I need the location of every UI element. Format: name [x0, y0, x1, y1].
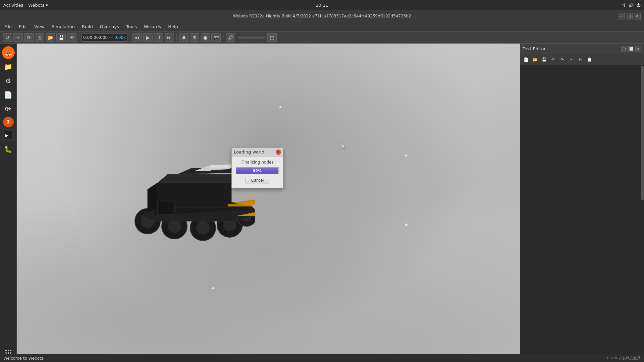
progress-bar-container: 99%: [236, 167, 279, 174]
toolbar-separator-3: [176, 34, 177, 41]
record2-button[interactable]: ●: [201, 33, 210, 42]
text-icon[interactable]: 📄: [2, 88, 15, 101]
svg-point-2: [5, 350, 7, 351]
settings-icon[interactable]: ⚙: [2, 74, 15, 87]
activities-label[interactable]: Activities: [3, 3, 23, 8]
loading-dialog: Loading world × Finalizing nodes 99% Can…: [231, 147, 283, 188]
volume-button[interactable]: 🔊: [226, 33, 235, 42]
panel-close-button[interactable]: ✕: [635, 46, 641, 52]
sparkle-3: [405, 224, 408, 226]
debug-icon[interactable]: 🐛: [2, 143, 15, 156]
power-icon[interactable]: ⏻: [636, 3, 641, 8]
menu-edit[interactable]: Edit: [16, 23, 30, 30]
menu-overlays[interactable]: Overlays: [97, 23, 122, 30]
svg-point-3: [8, 350, 9, 351]
time-display: 0:00:00:000 — 0.00x: [82, 34, 127, 42]
volume-sys-icon[interactable]: 🔊: [628, 3, 634, 8]
te-new-button[interactable]: 📄: [522, 56, 530, 64]
dialog-status-text: Finalizing nodes: [241, 160, 274, 165]
toolbar-separator-1: [79, 34, 79, 41]
camera-button[interactable]: 📷: [211, 33, 221, 42]
reload-button[interactable]: ⟲: [67, 33, 76, 42]
app-name-label[interactable]: Webots ▾: [28, 3, 48, 8]
te-paste-button[interactable]: 📋: [585, 56, 593, 64]
main-area: 🦊 📁 ⚙ 📄 🛍 ? ▶ 🐛: [0, 44, 644, 362]
panel-minimize-button[interactable]: □: [621, 46, 627, 52]
help-icon[interactable]: ?: [3, 117, 14, 127]
panel-controls: □ ⬜ ✕: [621, 46, 641, 52]
record-button[interactable]: ⏺: [179, 33, 189, 42]
menu-wizards[interactable]: Wizards: [141, 23, 164, 30]
store-icon[interactable]: 🛍: [2, 103, 15, 115]
files-icon[interactable]: 📁: [2, 60, 15, 73]
save-button[interactable]: 💾: [56, 33, 66, 42]
maximize-button[interactable]: □: [626, 13, 633, 19]
menu-help[interactable]: Help: [165, 23, 181, 30]
grid-button[interactable]: ⊞: [190, 33, 199, 42]
te-undo-button[interactable]: ↶: [549, 56, 557, 64]
dialog-titlebar: Loading world ×: [232, 148, 283, 157]
play-button[interactable]: ▶: [143, 33, 153, 42]
svg-point-14: [168, 220, 181, 233]
text-editor-header: Text Editor □ ⬜ ✕: [520, 44, 644, 54]
right-panel: Text Editor □ ⬜ ✕ 📄 📂 💾 ↶ ↷ ✂ ⎘ 📋: [520, 44, 644, 362]
sparkle-1: [279, 106, 281, 108]
skip-start-button[interactable]: ⏮: [132, 33, 142, 42]
progress-label: 99%: [253, 169, 262, 173]
firefox-icon[interactable]: 🦊: [2, 46, 15, 59]
svg-point-4: [10, 350, 11, 351]
svg-point-7: [10, 352, 11, 354]
svg-point-5: [5, 352, 7, 354]
toolbar-separator-4: [223, 34, 223, 41]
te-cut-button[interactable]: ✂: [567, 56, 575, 64]
window-controls: — □ ✕: [618, 13, 641, 19]
te-open-button[interactable]: 📂: [531, 56, 539, 64]
svg-marker-24: [158, 174, 241, 183]
system-clock: 20:11: [316, 3, 328, 8]
svg-point-16: [196, 221, 210, 235]
volume-slider[interactable]: [238, 37, 265, 39]
extra-button[interactable]: □: [267, 33, 277, 42]
dialog-close-button[interactable]: ×: [276, 149, 281, 155]
panel-float-button[interactable]: ⬜: [628, 46, 634, 52]
dialog-body: Finalizing nodes 99% Cancel: [232, 157, 283, 188]
te-redo-button[interactable]: ↷: [558, 56, 566, 64]
watermark-text: CSDN @安城安教具: [607, 356, 641, 361]
view-button[interactable]: ◎: [35, 33, 44, 42]
viewport[interactable]: Loading world × Finalizing nodes 99% Can…: [17, 44, 520, 362]
left-sidebar: 🦊 📁 ⚙ 📄 🛍 ? ▶ 🐛: [0, 44, 17, 362]
status-bar: Welcome to Webots! CSDN @安城安教具: [0, 354, 644, 362]
text-editor-content[interactable]: [520, 65, 644, 362]
close-button[interactable]: ✕: [634, 13, 641, 19]
reset-button[interactable]: ↺: [3, 33, 12, 42]
menu-build[interactable]: Build: [79, 23, 96, 30]
time-value: 0:00:00:000: [83, 35, 108, 40]
right-scrollbar-accent: [641, 66, 644, 200]
text-editor-title: Text Editor: [523, 46, 621, 51]
sparkle-2: [405, 155, 407, 157]
progress-bar-fill: 99%: [236, 168, 279, 174]
toolbar: ↺ + ⟳ ◎ 📂 💾 ⟲ 0:00:00:000 — 0.00x ⏮ ▶ ⏸ …: [0, 32, 644, 44]
time-separator: —: [109, 35, 113, 40]
step-plus-button[interactable]: +: [13, 33, 23, 42]
te-copy-button[interactable]: ⎘: [576, 56, 584, 64]
app-window: Webots R2022a Nightly Build 4/7/2022 e71…: [0, 10, 644, 362]
cancel-button[interactable]: Cancel: [246, 177, 269, 184]
te-save-button[interactable]: 💾: [540, 56, 548, 64]
toolbar-separator-2: [130, 34, 130, 41]
fast-forward-button[interactable]: ⏭: [165, 33, 174, 42]
menu-simulation[interactable]: Simulation: [49, 23, 77, 30]
system-bar: Activities Webots ▾ 20:11 ⇅ 🔊 ⏻: [0, 0, 644, 10]
status-message: Welcome to Webots!: [3, 356, 45, 361]
network-icon[interactable]: ⇅: [622, 3, 626, 8]
menu-file[interactable]: File: [2, 23, 14, 30]
terminal-icon[interactable]: ▶: [2, 129, 15, 141]
title-bar: Webots R2022a Nightly Build 4/7/2022 e71…: [0, 10, 644, 22]
menu-tools[interactable]: Tools: [123, 23, 140, 30]
open-button[interactable]: 📂: [46, 33, 55, 42]
rotate-button[interactable]: ⟳: [24, 33, 34, 42]
pause-button[interactable]: ⏸: [154, 33, 163, 42]
minimize-button[interactable]: —: [618, 13, 625, 19]
dialog-title: Loading world: [234, 149, 276, 155]
menu-view[interactable]: View: [32, 23, 47, 30]
